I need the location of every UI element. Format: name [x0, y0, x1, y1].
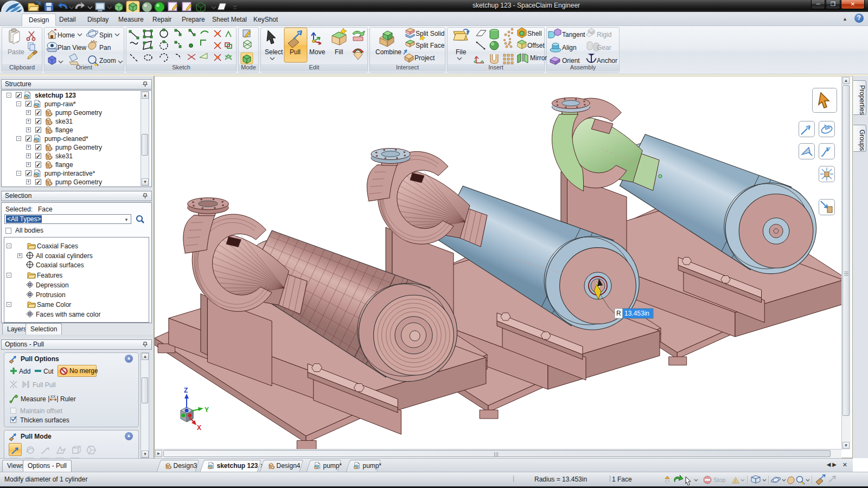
svg-text:File: File	[456, 48, 467, 56]
svg-text:Zoom: Zoom	[99, 57, 116, 65]
svg-text:Spin: Spin	[99, 31, 112, 39]
svg-text:13.453in: 13.453in	[624, 310, 649, 317]
svg-text:Shell: Shell	[527, 30, 542, 37]
svg-text:Move: Move	[309, 48, 326, 56]
svg-text:Project: Project	[414, 54, 435, 62]
svg-text:R: R	[616, 310, 621, 317]
svg-text:Offset: Offset	[527, 42, 545, 49]
svg-text:Pan: Pan	[99, 44, 111, 52]
svg-text:Mirror: Mirror	[530, 54, 547, 62]
svg-text:Split Solid: Split Solid	[416, 30, 444, 37]
svg-text:Pull: Pull	[290, 48, 301, 56]
svg-text:Orient: Orient	[562, 57, 580, 65]
svg-text:Anchor: Anchor	[597, 57, 617, 65]
svg-text:!: !	[735, 478, 736, 484]
svg-text:Rigid: Rigid	[597, 31, 611, 38]
svg-text:Fill: Fill	[335, 48, 343, 56]
svg-text:X: X	[197, 424, 201, 432]
svg-text:Tangent: Tangent	[562, 31, 585, 38]
svg-text:Gear: Gear	[597, 44, 611, 52]
svg-text:XX: XX	[50, 395, 56, 399]
svg-text:Y: Y	[205, 406, 209, 414]
svg-text:Plan View: Plan View	[58, 44, 86, 52]
svg-text:Z: Z	[184, 387, 188, 394]
svg-text:Align: Align	[562, 44, 577, 52]
svg-text:Stop: Stop	[713, 477, 726, 483]
svg-text:Select: Select	[265, 48, 283, 56]
svg-text:Split Face: Split Face	[416, 42, 445, 49]
svg-text:Combine: Combine	[375, 48, 401, 56]
svg-text:Paste: Paste	[8, 48, 24, 56]
svg-text:Home: Home	[58, 31, 75, 39]
